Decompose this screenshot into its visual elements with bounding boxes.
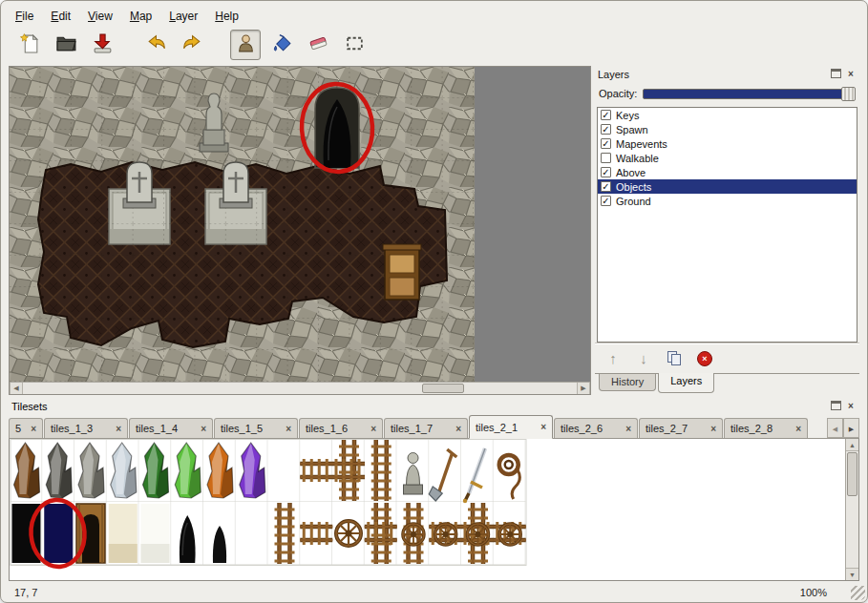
layer-visibility-checkbox[interactable]: ✓ xyxy=(601,196,611,206)
tab-close-icon[interactable]: × xyxy=(455,424,461,434)
tile-cream[interactable] xyxy=(109,504,138,563)
tileset-tab-3[interactable]: tiles_1_5× xyxy=(214,418,298,438)
tileset-vertical-scrollbar[interactable]: ▲ ▼ xyxy=(845,439,858,580)
tile-white[interactable] xyxy=(141,504,170,563)
tileset-canvas[interactable] xyxy=(10,439,845,578)
map-horizontal-scrollbar[interactable]: ◀ ▶ xyxy=(10,382,590,394)
duplicate-layer-button[interactable] xyxy=(664,348,685,369)
tab-close-icon[interactable]: × xyxy=(201,424,206,434)
tab-close-icon[interactable]: × xyxy=(540,422,546,432)
layer-label: Keys xyxy=(616,110,639,121)
layer-label: Mapevents xyxy=(616,138,667,150)
raise-layer-icon: ↑ xyxy=(609,350,617,366)
map-canvas[interactable] xyxy=(10,67,590,382)
new-file-button[interactable] xyxy=(14,30,45,60)
layer-row-walkable[interactable]: ✓ Walkable xyxy=(598,151,857,165)
scroll-up-button[interactable]: ▲ xyxy=(846,439,858,451)
redo-button[interactable] xyxy=(177,30,207,60)
tab-close-icon[interactable]: × xyxy=(710,424,716,434)
tileset-tab-8[interactable]: tiles_2_7× xyxy=(639,418,723,438)
scrollbar-track[interactable] xyxy=(23,383,577,394)
tileset-tab-1[interactable]: tiles_1_3× xyxy=(44,418,128,438)
tileset-tab-5[interactable]: tiles_1_7× xyxy=(384,418,468,438)
tombstone-2 xyxy=(220,162,252,208)
tileset-tab-6[interactable]: tiles_2_1× xyxy=(469,415,553,439)
layer-row-ground[interactable]: ✓ Ground xyxy=(598,194,857,208)
tab-layers[interactable]: Layers xyxy=(658,373,714,393)
layer-visibility-checkbox[interactable]: ✓ xyxy=(601,110,611,120)
tab-close-icon[interactable]: × xyxy=(795,424,801,434)
tab-close-icon[interactable]: × xyxy=(286,424,291,434)
scrollbar-track[interactable] xyxy=(846,451,858,568)
scroll-right-button[interactable]: ▶ xyxy=(577,383,590,394)
close-panel-icon[interactable]: × xyxy=(845,401,857,412)
resize-grip[interactable] xyxy=(851,586,865,600)
tileset-tab-2[interactable]: tiles_1_4× xyxy=(129,418,213,438)
tab-close-icon[interactable]: × xyxy=(370,424,376,434)
opacity-slider-thumb[interactable] xyxy=(841,87,856,101)
layer-row-spawn[interactable]: ✓ Spawn xyxy=(598,122,857,136)
open-folder-button[interactable] xyxy=(51,30,81,60)
layer-row-mapevents[interactable]: ✓ Mapevents xyxy=(598,136,857,151)
menu-file[interactable]: File xyxy=(7,7,42,26)
menu-edit[interactable]: Edit xyxy=(42,7,79,26)
tileset-tab-label: tiles_2_6 xyxy=(561,423,620,434)
menu-layer[interactable]: Layer xyxy=(160,7,206,26)
close-panel-icon[interactable]: × xyxy=(845,69,857,80)
scroll-down-button[interactable]: ▼ xyxy=(846,568,858,580)
layer-visibility-checkbox[interactable]: ✓ xyxy=(601,153,611,163)
tileset-tab-9[interactable]: tiles_2_8× xyxy=(724,418,808,438)
layers-panel: Layers × Opacity: ✓ Keys ✓ Spawn ✓ Mapev… xyxy=(595,66,859,395)
tileset-tab-0[interactable]: 5× xyxy=(9,418,43,438)
raise-layer-button[interactable]: ↑ xyxy=(603,348,624,369)
layer-visibility-checkbox[interactable]: ✓ xyxy=(601,181,611,192)
tab-history[interactable]: History xyxy=(599,374,656,391)
menu-bar: File Edit View Map Layer Help xyxy=(7,6,861,27)
save-button[interactable] xyxy=(87,30,117,60)
tab-close-icon[interactable]: × xyxy=(31,424,36,434)
tilesets-panel-title: Tilesets xyxy=(11,401,831,412)
opacity-slider[interactable] xyxy=(643,89,856,99)
undo-icon xyxy=(145,32,167,58)
eraser-tool-button[interactable] xyxy=(303,30,333,60)
layers-panel-header: Layers × xyxy=(595,66,859,83)
layer-list: ✓ Keys ✓ Spawn ✓ Mapevents ✓ Walkable ✓ … xyxy=(597,107,857,343)
map-viewport[interactable]: ◀ ▶ xyxy=(9,66,591,395)
tab-close-icon[interactable]: × xyxy=(116,424,121,434)
undo-button[interactable] xyxy=(140,30,171,60)
fill-bucket-icon xyxy=(271,32,293,58)
layer-row-keys[interactable]: ✓ Keys xyxy=(598,108,857,122)
layer-visibility-checkbox[interactable]: ✓ xyxy=(601,138,611,149)
tileset-tab-7[interactable]: tiles_2_6× xyxy=(554,418,638,438)
layer-visibility-checkbox[interactable]: ✓ xyxy=(601,124,611,135)
tile-track-wheel-2[interactable] xyxy=(429,522,461,545)
tile-navy-selected[interactable] xyxy=(44,504,73,563)
rect-select-tool-button[interactable] xyxy=(339,30,370,60)
float-panel-icon[interactable] xyxy=(831,401,841,410)
scrollbar-thumb[interactable] xyxy=(422,384,464,393)
scrollbar-thumb[interactable] xyxy=(847,452,857,496)
tile-wagon-wheel[interactable] xyxy=(336,521,361,546)
tab-scroll-left-button[interactable]: ◀ xyxy=(827,418,843,438)
menu-map[interactable]: Map xyxy=(121,7,160,26)
tileset-tab-label: tiles_1_7 xyxy=(391,423,450,434)
menu-view[interactable]: View xyxy=(79,7,121,26)
opacity-row: Opacity: xyxy=(595,83,859,104)
layer-row-objects[interactable]: ✓ Objects xyxy=(598,179,857,194)
layer-label: Ground xyxy=(616,196,651,207)
tileset-tab-4[interactable]: tiles_1_6× xyxy=(299,418,383,438)
tab-scroll-right-button[interactable]: ▶ xyxy=(843,418,859,438)
person-stamp-tool-button[interactable] xyxy=(230,30,261,60)
layer-visibility-checkbox[interactable]: ✓ xyxy=(601,167,611,177)
menu-help[interactable]: Help xyxy=(206,7,247,26)
check-icon: ✓ xyxy=(602,139,609,148)
fill-bucket-tool-button[interactable] xyxy=(266,30,297,60)
lower-layer-button[interactable]: ↓ xyxy=(633,348,654,369)
layer-row-above[interactable]: ✓ Above xyxy=(598,165,857,179)
delete-layer-button[interactable]: × xyxy=(694,348,715,369)
tilesets-panel-header: Tilesets × xyxy=(9,398,859,415)
float-panel-icon[interactable] xyxy=(831,69,841,78)
tab-close-icon[interactable]: × xyxy=(625,424,631,434)
scroll-left-button[interactable]: ◀ xyxy=(10,383,23,394)
tile-track-wheel-4[interactable] xyxy=(494,522,526,545)
